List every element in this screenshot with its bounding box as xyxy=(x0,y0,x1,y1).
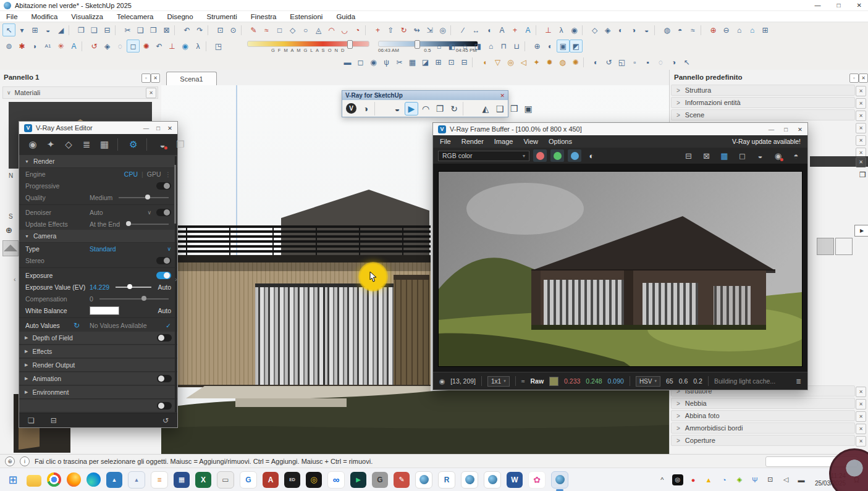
mic-tray[interactable]: Ψ xyxy=(749,474,761,485)
shadow-month-slider[interactable] xyxy=(247,41,369,47)
extension-warehouse[interactable]: ⌂ xyxy=(733,23,746,36)
shadows-toggle[interactable]: ◓ xyxy=(673,23,686,36)
axes-tool[interactable]: + xyxy=(508,23,521,36)
section-close-button[interactable]: ✕ xyxy=(856,98,866,109)
tray-pin-icon[interactable]: ❒ xyxy=(859,170,866,179)
open-file[interactable]: ❏ xyxy=(88,23,101,36)
expand-tray-button[interactable]: ▶ xyxy=(854,225,868,237)
engine-swap[interactable]: ↺ xyxy=(602,56,615,69)
walk-tool[interactable]: λ xyxy=(555,23,568,36)
volume-tray[interactable]: ◁ xyxy=(780,474,791,485)
cast-tray[interactable]: ⊡ xyxy=(765,474,776,485)
send-to-layout[interactable]: ⊞ xyxy=(759,23,772,36)
spot-light[interactable]: ◁ xyxy=(517,56,530,69)
cut-tool[interactable]: ✂ xyxy=(121,23,134,36)
position-camera-tool[interactable]: ⊥ xyxy=(542,23,555,36)
denoiser-toggle[interactable] xyxy=(156,209,171,216)
wb-auto-label[interactable]: Auto xyxy=(158,307,171,314)
vray-infinite-plane[interactable]: ▬ xyxy=(341,56,354,69)
grab-cursor[interactable]: ↖ xyxy=(680,56,693,69)
ae-minimize-button[interactable]: — xyxy=(143,125,150,132)
menu-item[interactable]: Guida xyxy=(336,13,355,20)
autocad[interactable]: A xyxy=(263,472,279,488)
vfb-menu-item[interactable]: Image xyxy=(494,138,513,145)
close-button[interactable]: ✕ xyxy=(857,2,862,9)
scene-update[interactable]: ◐ xyxy=(544,40,557,52)
vray-toolbar-close[interactable]: ✕ xyxy=(500,93,505,99)
panel-section-row[interactable]: > Ammorbidisci bordi xyxy=(671,422,855,434)
orbit-globe[interactable]: ⊕ xyxy=(531,40,544,52)
fog-toggle[interactable]: ≈ xyxy=(686,23,699,36)
undo-button[interactable]: ↶ xyxy=(180,23,193,36)
menu-item[interactable]: Visualizza xyxy=(71,13,103,20)
menu-item[interactable]: Modifica xyxy=(32,13,58,20)
render-last-button[interactable]: ◒ xyxy=(754,149,767,162)
batch-render-button[interactable]: ❒ xyxy=(507,102,521,115)
xray-mode[interactable]: ◍ xyxy=(660,23,673,36)
engine-menu-icon[interactable]: ⋮ xyxy=(165,170,172,178)
ae-clipped-section[interactable] xyxy=(19,400,177,413)
ae-collapsed-section[interactable]: ▶ Depth of Field xyxy=(19,332,177,345)
vray-box[interactable]: ◻ xyxy=(354,56,367,69)
hsv-select[interactable]: HSV ▾ xyxy=(636,376,660,387)
paste-tool[interactable]: ❒ xyxy=(147,23,160,36)
time-slider-knob[interactable] xyxy=(415,40,420,49)
sphere-half[interactable]: ◑ xyxy=(667,56,680,69)
ae-collapsed-section[interactable]: ▶ Animation xyxy=(19,372,177,385)
weld-tool[interactable]: ⊚ xyxy=(2,40,15,52)
vray-mesh-clip[interactable]: ⊞ xyxy=(432,56,445,69)
rotated-rectangle-tool[interactable]: ◇ xyxy=(286,23,299,36)
quality-slider[interactable] xyxy=(119,197,169,198)
vfb-menu-item[interactable]: Render xyxy=(461,138,484,145)
right-panel-close-icon[interactable]: ✕ xyxy=(859,73,868,83)
material-thumb[interactable] xyxy=(2,240,19,256)
compensation-slider[interactable] xyxy=(99,298,169,300)
left-view[interactable]: ◧ xyxy=(445,40,458,52)
section-toggle[interactable] xyxy=(157,334,172,342)
revit[interactable]: R xyxy=(438,471,455,489)
gallery-app[interactable]: ▲ xyxy=(128,471,145,489)
chaos-cloud-button[interactable]: ◠ xyxy=(419,102,432,115)
style-textured[interactable]: ◑ xyxy=(627,23,640,36)
print-button[interactable]: ⊡ xyxy=(214,23,227,36)
style-shaded[interactable]: ◐ xyxy=(614,23,627,36)
firefox[interactable] xyxy=(67,472,81,487)
month-slider-knob[interactable] xyxy=(347,40,353,49)
panel-section-row[interactable]: > Nebbia xyxy=(671,398,855,409)
menu-item[interactable]: Strumenti xyxy=(207,13,237,20)
engine-gpu-option[interactable]: GPU xyxy=(147,170,161,178)
section-close-button[interactable]: ✕ xyxy=(856,123,866,133)
orbit-tool[interactable]: ↺ xyxy=(88,40,101,52)
batch-image-button[interactable]: ❐ xyxy=(433,102,447,115)
walk-mode[interactable]: λ xyxy=(192,40,204,52)
update-check-button[interactable]: ↻ xyxy=(447,102,461,115)
hidden-dialog-thumb-1[interactable] xyxy=(817,238,834,255)
teapot-render-button[interactable]: ◓ xyxy=(790,149,803,162)
rotate-tool[interactable]: ↻ xyxy=(397,23,410,36)
panel-section-row[interactable]: > Struttura xyxy=(671,85,855,96)
obs-tray[interactable]: ◎ xyxy=(672,474,683,485)
right-panel-pin-icon[interactable]: ▫ xyxy=(849,73,859,83)
section-close-button[interactable]: ✕ xyxy=(856,111,866,121)
section-close-button[interactable]: ✕ xyxy=(856,399,866,409)
zoom-tool[interactable]: ◌ xyxy=(114,40,127,52)
meta-app[interactable]: ∞ xyxy=(327,471,345,489)
blue-channel-button[interactable] xyxy=(568,149,581,162)
lightmix-button[interactable]: ◭ xyxy=(479,102,492,115)
chrome[interactable] xyxy=(47,472,61,487)
render-section-header[interactable]: ▼ Render xyxy=(19,155,177,168)
red-channel-button[interactable] xyxy=(533,149,547,162)
sphere-light[interactable]: ◎ xyxy=(504,56,517,69)
log-panel-icon[interactable]: ≣ xyxy=(796,377,801,385)
gimp[interactable]: G xyxy=(372,472,388,488)
scale-tool[interactable]: ⇲ xyxy=(423,23,436,36)
3d-text-tool[interactable]: A xyxy=(521,23,534,36)
photo-editor[interactable]: ✎ xyxy=(394,472,410,488)
auto-values-check-icon[interactable]: ✓ xyxy=(166,322,171,329)
settings-tab[interactable]: ⚙ xyxy=(127,138,140,151)
revert-settings-icon[interactable]: ↺ xyxy=(162,416,169,425)
vray-clipper[interactable]: ✂ xyxy=(393,56,406,69)
rect-light[interactable]: ▽ xyxy=(491,56,504,69)
sun-light[interactable]: ✹ xyxy=(543,56,556,69)
tape-measure-tool[interactable]: ∕ xyxy=(457,23,470,36)
